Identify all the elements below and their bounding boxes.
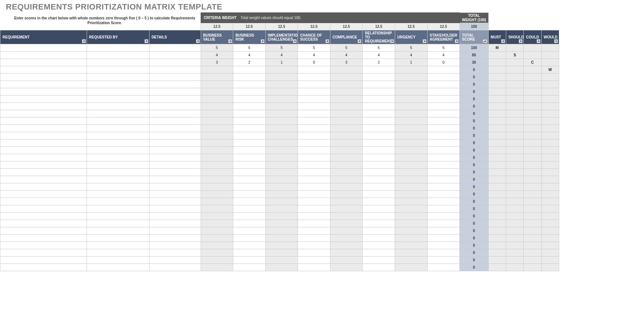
cell-score[interactable] (330, 257, 363, 264)
cell-could[interactable] (524, 110, 541, 117)
col-criteria[interactable]: CHANCE OF SUCCESS (298, 30, 330, 44)
cell-score[interactable]: 1 (395, 59, 427, 66)
cell-score[interactable] (298, 235, 330, 242)
cell-details[interactable] (149, 154, 201, 161)
cell-score[interactable] (298, 132, 330, 139)
cell-score[interactable] (233, 139, 266, 147)
cell-must[interactable] (488, 249, 506, 257)
weight-cell[interactable]: 12.5 (201, 23, 233, 30)
cell-could[interactable] (524, 249, 541, 257)
cell-score[interactable]: 4 (363, 52, 395, 59)
cell-requested-by[interactable] (87, 81, 149, 88)
cell-would[interactable] (541, 147, 559, 154)
cell-score[interactable] (233, 147, 266, 154)
cell-details[interactable] (149, 74, 201, 81)
cell-requested-by[interactable] (87, 44, 149, 52)
cell-score[interactable] (201, 169, 233, 176)
col-criteria[interactable]: RELATIONSHIP TO REQUIREMENTS (363, 30, 395, 44)
cell-score[interactable] (265, 125, 298, 132)
cell-could[interactable] (524, 235, 541, 242)
cell-could[interactable] (524, 154, 541, 161)
cell-score[interactable] (363, 183, 395, 191)
cell-should[interactable] (506, 169, 523, 176)
cell-could[interactable] (524, 66, 541, 74)
cell-score[interactable]: 0 (427, 59, 460, 66)
cell-would[interactable] (541, 235, 559, 242)
cell-should[interactable] (506, 88, 523, 96)
cell-must[interactable] (488, 154, 506, 161)
cell-details[interactable] (149, 103, 201, 110)
cell-details[interactable] (149, 264, 201, 271)
cell-score[interactable] (265, 81, 298, 88)
cell-score[interactable] (233, 205, 266, 213)
cell-score[interactable] (363, 139, 395, 147)
cell-should[interactable] (506, 81, 523, 88)
weight-cell[interactable]: 12.5 (298, 23, 330, 30)
cell-requirement[interactable] (0, 125, 87, 132)
cell-requirement[interactable] (0, 103, 87, 110)
cell-score[interactable] (233, 88, 266, 96)
cell-score[interactable] (298, 88, 330, 96)
cell-score[interactable] (233, 110, 266, 117)
filter-icon[interactable] (455, 39, 459, 43)
cell-requested-by[interactable] (87, 249, 149, 257)
cell-score[interactable] (363, 249, 395, 257)
cell-details[interactable] (149, 198, 201, 205)
cell-requested-by[interactable] (87, 169, 149, 176)
cell-score[interactable] (265, 264, 298, 271)
cell-score[interactable] (233, 81, 266, 88)
cell-score[interactable] (330, 169, 363, 176)
cell-details[interactable] (149, 125, 201, 132)
cell-score[interactable] (330, 103, 363, 110)
cell-score[interactable] (395, 169, 427, 176)
cell-score[interactable] (363, 227, 395, 235)
cell-score[interactable] (265, 235, 298, 242)
cell-score[interactable] (265, 96, 298, 103)
cell-score[interactable] (265, 227, 298, 235)
cell-score[interactable] (201, 132, 233, 139)
cell-total-score[interactable]: 0 (460, 117, 489, 125)
cell-score[interactable] (363, 191, 395, 198)
cell-total-score[interactable]: 0 (460, 154, 489, 161)
cell-score[interactable] (233, 257, 266, 264)
cell-requirement[interactable] (0, 154, 87, 161)
cell-score[interactable] (201, 74, 233, 81)
cell-must[interactable] (488, 59, 506, 66)
filter-icon[interactable] (325, 39, 329, 43)
cell-score[interactable] (395, 235, 427, 242)
cell-score[interactable] (330, 125, 363, 132)
cell-score[interactable] (201, 227, 233, 235)
cell-score[interactable] (395, 96, 427, 103)
cell-requirement[interactable] (0, 220, 87, 227)
cell-details[interactable] (149, 176, 201, 183)
cell-score[interactable] (395, 147, 427, 154)
cell-score[interactable] (201, 117, 233, 125)
cell-requirement[interactable] (0, 191, 87, 198)
cell-would[interactable] (541, 139, 559, 147)
cell-score[interactable] (330, 147, 363, 154)
cell-must[interactable] (488, 235, 506, 242)
cell-score[interactable] (201, 176, 233, 183)
cell-would[interactable] (541, 264, 559, 271)
cell-score[interactable]: 5 (395, 44, 427, 52)
cell-score[interactable] (233, 198, 266, 205)
cell-total-score[interactable]: 0 (460, 161, 489, 169)
cell-score[interactable] (330, 139, 363, 147)
cell-score[interactable] (427, 161, 460, 169)
cell-details[interactable] (149, 205, 201, 213)
cell-would[interactable] (541, 169, 559, 176)
cell-score[interactable]: 5 (330, 44, 363, 52)
cell-total-score[interactable]: 0 (460, 257, 489, 264)
cell-could[interactable] (524, 52, 541, 59)
filter-icon[interactable] (390, 39, 394, 43)
cell-details[interactable] (149, 249, 201, 257)
cell-should[interactable] (506, 257, 523, 264)
cell-should[interactable] (506, 235, 523, 242)
cell-would[interactable] (541, 44, 559, 52)
cell-score[interactable] (233, 117, 266, 125)
cell-should[interactable] (506, 176, 523, 183)
cell-score[interactable] (427, 117, 460, 125)
cell-score[interactable] (395, 264, 427, 271)
cell-details[interactable] (149, 117, 201, 125)
cell-score[interactable] (201, 81, 233, 88)
